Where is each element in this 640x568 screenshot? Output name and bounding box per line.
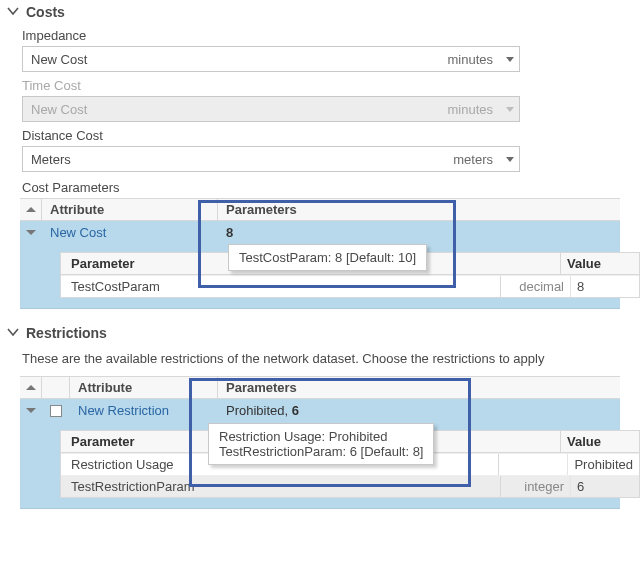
param-type: decimal <box>501 276 571 297</box>
parameters-cell: Prohibited, 6 <box>218 399 620 422</box>
distance-cost-value: Meters <box>23 152 445 167</box>
impedance-label: Impedance <box>22 22 640 46</box>
attribute-cell: New Cost <box>42 221 218 244</box>
header-parameters[interactable]: Parameters <box>218 199 620 220</box>
param-name: TestRestrictionParam <box>61 476 501 497</box>
time-cost-value: New Cost <box>23 102 439 117</box>
chevron-down-icon <box>6 4 20 18</box>
restrictions-description: These are the available restrictions of … <box>0 343 640 376</box>
chevron-down-icon <box>6 325 20 339</box>
tooltip: Restriction Usage: Prohibited TestRestri… <box>208 423 434 465</box>
time-cost-label: Time Cost <box>22 72 640 96</box>
param-type: integer <box>501 476 571 497</box>
costs-content: Impedance New Cost minutes Time Cost New… <box>0 22 640 198</box>
param-value[interactable]: 6 <box>571 476 639 497</box>
time-cost-unit: minutes <box>439 102 501 117</box>
restrictions-header: Attribute Parameters <box>20 376 620 399</box>
param-value[interactable]: 8 <box>571 276 639 297</box>
table-row[interactable]: New Cost 8 <box>20 221 620 244</box>
params-summary-pre: Prohibited, <box>226 403 292 418</box>
impedance-unit: minutes <box>439 52 501 67</box>
impedance-combo[interactable]: New Cost minutes <box>22 46 520 72</box>
tooltip: TestCostParam: 8 [Default: 10] <box>228 244 427 271</box>
restrictions-grid: Attribute Parameters New Restriction Pro… <box>0 376 620 509</box>
header-parameters[interactable]: Parameters <box>218 377 620 398</box>
attribute-cell: New Restriction <box>70 399 218 422</box>
expand-all-icon[interactable] <box>20 199 42 220</box>
distance-cost-label: Distance Cost <box>22 122 640 146</box>
params-summary-bold: 6 <box>292 403 299 418</box>
dropdown-icon[interactable] <box>501 147 519 171</box>
nested-row[interactable]: TestCostParam decimal 8 <box>61 275 639 297</box>
collapse-row-icon[interactable] <box>20 399 42 422</box>
nested-row[interactable]: TestRestrictionParam integer 6 <box>61 475 639 497</box>
parameters-cell: 8 <box>218 221 620 244</box>
dropdown-icon <box>501 97 519 121</box>
check-all-header[interactable] <box>42 377 70 398</box>
impedance-value: New Cost <box>23 52 439 67</box>
cost-parameters-label: Cost Parameters <box>22 172 640 198</box>
distance-cost-combo[interactable]: Meters meters <box>22 146 520 172</box>
expand-all-icon[interactable] <box>20 377 42 398</box>
section-header-costs[interactable]: Costs <box>0 0 640 22</box>
cost-parameters-grid: Attribute Parameters New Cost 8 Paramete… <box>0 198 620 309</box>
section-header-restrictions[interactable]: Restrictions <box>0 321 640 343</box>
header-attribute[interactable]: Attribute <box>42 199 218 220</box>
dropdown-icon[interactable] <box>501 47 519 71</box>
section-title: Costs <box>26 4 65 20</box>
header-attribute[interactable]: Attribute <box>70 377 218 398</box>
row-checkbox[interactable] <box>42 399 70 422</box>
cost-params-header: Attribute Parameters <box>20 198 620 221</box>
nested-header-value[interactable]: Value <box>561 431 639 452</box>
param-value[interactable]: Prohibited <box>568 454 639 475</box>
collapse-row-icon[interactable] <box>20 221 42 244</box>
param-type <box>499 454 569 475</box>
nested-header-value[interactable]: Value <box>561 253 639 274</box>
tooltip-line: TestRestrictionParam: 6 [Default: 8] <box>219 444 423 459</box>
tooltip-line: Restriction Usage: Prohibited <box>219 429 423 444</box>
time-cost-combo: New Cost minutes <box>22 96 520 122</box>
param-name: TestCostParam <box>61 276 501 297</box>
section-title: Restrictions <box>26 325 107 341</box>
table-row[interactable]: New Restriction Prohibited, 6 <box>20 399 620 422</box>
distance-cost-unit: meters <box>445 152 501 167</box>
